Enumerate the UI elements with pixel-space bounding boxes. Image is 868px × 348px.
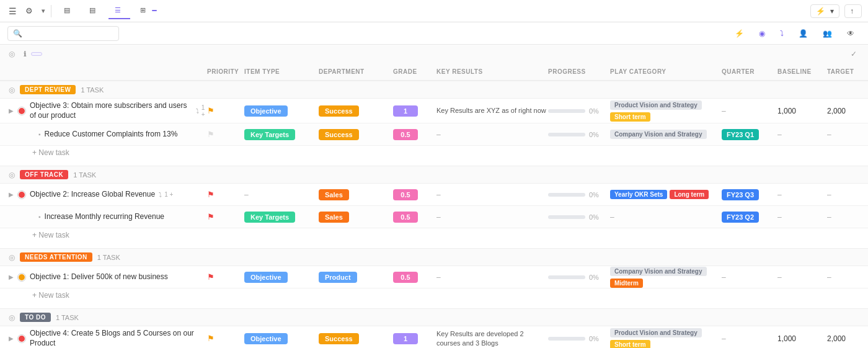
task-name[interactable]: Increase Monthly recurring Revenue [45,212,164,222]
task-name[interactable]: Reduce Customer Complaints from 13% [45,130,178,140]
filter-button[interactable]: ⚡ [731,27,750,40]
priority-flag[interactable]: ⚑ [207,190,215,199]
item-type-pill[interactable]: Objective [244,105,288,117]
progress-bar-bg [548,109,585,113]
task-checkbox[interactable] [17,273,26,282]
play-category-tag[interactable]: Short term [610,112,650,122]
grade-pill[interactable]: 1 [393,333,418,344]
nav-title-caret[interactable]: ▾ [42,7,45,14]
quarter-pill[interactable]: FY23 Q1 [722,129,759,140]
task-name[interactable]: Objective 4: Create 5 Blogs and 5 Course… [30,329,207,348]
priority-flag[interactable]: ⚑ [207,272,215,282]
expand-icon[interactable]: ▶ [9,335,14,342]
department-pill[interactable]: Success [319,105,359,117]
grade-pill[interactable]: 1 [393,105,418,117]
task-name[interactable]: Objective 2: Increase Global Revenue [30,190,155,200]
task-checkbox[interactable] [17,190,26,199]
groups-container: ◎ DEPT REVIEW 1 TASK ▶ Objective 3: Obta… [0,81,868,348]
new-task-link[interactable]: + New task [32,148,69,157]
group-badge[interactable]: TO DO [20,313,51,322]
department-pill[interactable]: Sales [319,212,349,223]
group-by-button[interactable]: ◉ [755,27,771,40]
group-badge[interactable]: DEPT REVIEW [20,85,76,94]
progress-bar-bg [548,337,585,341]
show-closed-button[interactable]: ✓ [851,50,859,58]
priority-flag[interactable]: ⚑ [207,106,215,115]
group-collapse-icon[interactable]: ◎ [9,171,15,179]
item-type-pill[interactable]: Key Targets [244,212,295,223]
new-task-link[interactable]: + New task [32,291,69,300]
automate-button[interactable]: ⚡ ▾ [810,4,839,18]
group-badge[interactable]: NEEDS ATTENTION [20,252,92,262]
item-type-pill[interactable]: Key Targets [244,129,295,140]
grade-pill[interactable]: 0.5 [393,212,418,223]
baseline-cell: – [777,130,827,139]
grade-pill[interactable]: 0.5 [393,189,418,200]
progress-cell: 0% [548,131,610,138]
play-category-tag[interactable]: Product Vision and Strategy [610,328,702,337]
assignees-button[interactable]: 👥 [819,27,838,40]
section-collapse-icon[interactable]: ◎ [9,50,15,58]
play-category-tag[interactable]: Company Vision and Strategy [610,130,707,139]
department-pill[interactable]: Success [319,333,359,344]
target-dash: – [827,190,831,199]
expand-icon[interactable]: ▶ [9,107,14,114]
quarter-pill[interactable]: FY23 Q2 [722,212,759,223]
task-status-dot [19,274,25,280]
group-badge[interactable]: OFF TRACK [20,170,68,179]
play-category-tag[interactable]: Yearly OKR Sets [610,190,667,199]
department-pill[interactable]: Success [319,129,359,140]
progress-bar-bg [548,215,585,219]
progress-text: 0% [589,213,599,221]
task-name[interactable]: Objective 3: Obtain more subscribers and… [30,101,192,120]
priority-cell: ⚑ [207,190,244,199]
sub-bullet: ▪ [38,131,41,138]
play-category-tag[interactable]: Midterm [610,279,643,288]
item-type-pill[interactable]: Objective [244,272,288,283]
priority-flag[interactable]: ⚑ [207,334,215,343]
target-value: 2,000 [827,107,846,115]
priority-flag[interactable]: ⚑ [207,130,215,139]
department-pill[interactable]: Product [319,272,357,283]
play-category-tag[interactable]: Long term [670,190,709,199]
tab-key-targets[interactable]: ⊞ [134,2,163,19]
gear-icon[interactable]: ⚙ [23,4,35,18]
tab-add-view[interactable] [167,7,179,16]
quarter-dash: – [722,273,726,282]
me-button[interactable]: 👤 [795,27,814,40]
new-task-link[interactable]: + New task [32,231,69,239]
tab-objectives[interactable]: ☰ [108,2,130,19]
group-collapse-icon[interactable]: ◎ [9,253,15,262]
play-category-tag[interactable]: Product Vision and Strategy [610,100,702,110]
task-checkbox[interactable] [17,107,26,115]
progress-text: 0% [589,335,599,342]
progress-text: 0% [589,131,599,138]
expand-icon[interactable]: ▶ [9,274,14,280]
item-type-pill[interactable]: Objective [244,333,288,344]
play-category-tag[interactable]: Short term [610,340,650,348]
department-cell: Product [319,272,393,283]
subtasks-button[interactable]: ⤵ [776,27,790,40]
grade-pill[interactable]: 0.5 [393,272,418,283]
new-task-button[interactable] [31,52,42,56]
grade-cell: 0.5 [393,272,436,283]
task-checkbox[interactable] [17,334,26,343]
quarter-pill[interactable]: FY23 Q3 [722,189,759,200]
group-collapse-icon[interactable]: ◎ [9,313,15,322]
quarter-cell: FY23 Q1 [722,129,777,140]
expand-icon[interactable]: ▶ [9,191,14,198]
search-box[interactable]: 🔍 [7,26,119,41]
play-category-cell: Product Vision and StrategyShort term [610,328,722,348]
tab-region-projects[interactable]: ▤ [58,2,79,19]
group-collapse-icon[interactable]: ◎ [9,86,15,94]
hamburger-icon[interactable]: ☰ [6,4,19,19]
grade-pill[interactable]: 0.5 [393,129,418,140]
department-pill[interactable]: Sales [319,189,349,200]
group-task-count: 1 TASK [97,254,120,261]
play-category-tag[interactable]: Company Vision and Strategy [610,267,707,276]
priority-flag[interactable]: ⚑ [207,212,215,221]
share-button[interactable]: ↑ [844,4,862,18]
show-button[interactable]: 👁 [843,27,861,40]
tab-department-goals[interactable]: ▤ [83,2,105,19]
task-name[interactable]: Objective 1: Deliver 500k of new busines… [30,272,168,282]
